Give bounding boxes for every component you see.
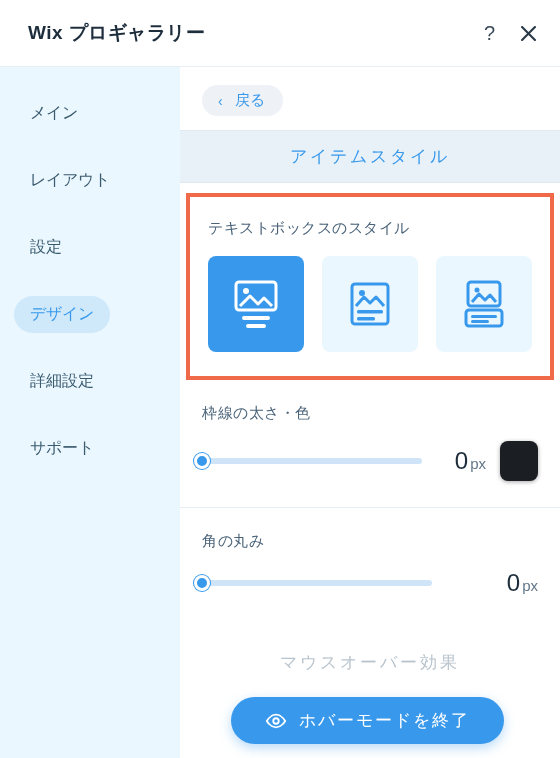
svg-rect-2 <box>242 316 270 320</box>
svg-point-5 <box>359 290 365 296</box>
chevron-left-icon: ‹ <box>218 93 223 109</box>
svg-point-1 <box>243 288 249 294</box>
textbox-style-highlight: テキストボックスのスタイル <box>186 193 554 380</box>
back-button[interactable]: ‹ 戻る <box>202 85 283 116</box>
svg-rect-6 <box>357 310 383 314</box>
border-slider-thumb[interactable] <box>194 453 210 469</box>
help-icon[interactable]: ? <box>484 22 495 45</box>
svg-rect-11 <box>471 315 497 318</box>
eye-icon <box>265 710 287 732</box>
sidebar: メイン レイアウト 設定 デザイン 詳細設定 サポート <box>0 67 180 758</box>
svg-rect-7 <box>357 317 375 321</box>
textbox-style-option-1[interactable] <box>208 256 304 352</box>
app-title: Wix プロギャラリー <box>28 20 205 46</box>
svg-point-9 <box>475 288 480 293</box>
back-label: 戻る <box>235 91 265 110</box>
border-label: 枠線の太さ・色 <box>202 404 538 423</box>
textbox-style-label: テキストボックスのスタイル <box>208 219 532 238</box>
sidebar-item-advanced[interactable]: 詳細設定 <box>14 363 110 400</box>
border-slider[interactable] <box>202 458 422 464</box>
section-title: アイテムスタイル <box>180 130 560 183</box>
exit-hover-mode-label: ホバーモードを終了 <box>299 709 470 732</box>
radius-slider[interactable] <box>202 580 432 586</box>
sidebar-item-layout[interactable]: レイアウト <box>14 162 126 199</box>
sidebar-item-main[interactable]: メイン <box>14 95 94 132</box>
textbox-style-option-3[interactable] <box>436 256 532 352</box>
radius-group: 角の丸み 0px <box>180 508 560 647</box>
sidebar-item-design[interactable]: デザイン <box>14 296 110 333</box>
close-icon[interactable] <box>521 26 536 41</box>
textbox-style-options <box>208 256 532 352</box>
border-group: 枠線の太さ・色 0px <box>180 380 560 508</box>
next-section-title: マウスオーバー効果 <box>180 647 560 674</box>
sidebar-item-settings[interactable]: 設定 <box>14 229 78 266</box>
main-pane: ‹ 戻る アイテムスタイル テキストボックスのスタイル <box>180 67 560 758</box>
radius-value: 0px <box>507 569 538 597</box>
header: Wix プロギャラリー ? <box>0 0 560 67</box>
border-color-swatch[interactable] <box>500 441 538 481</box>
svg-point-13 <box>273 718 279 724</box>
radius-slider-thumb[interactable] <box>194 575 210 591</box>
radius-label: 角の丸み <box>202 532 538 551</box>
header-actions: ? <box>484 22 536 45</box>
border-value: 0px <box>455 447 486 475</box>
exit-hover-mode-button[interactable]: ホバーモードを終了 <box>231 697 504 744</box>
textbox-style-option-2[interactable] <box>322 256 418 352</box>
svg-rect-3 <box>246 324 266 328</box>
svg-rect-12 <box>471 320 489 323</box>
sidebar-item-support[interactable]: サポート <box>14 430 110 467</box>
